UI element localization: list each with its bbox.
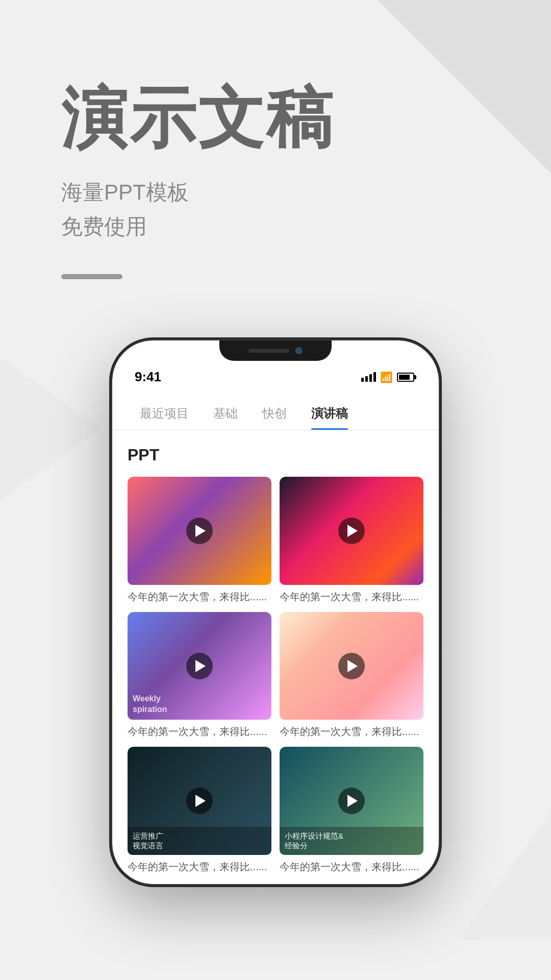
signal-icon [361, 372, 376, 382]
hero-divider [61, 274, 122, 279]
card-1[interactable]: 今年的第一次大雪，来得比...... [128, 477, 271, 604]
card-4-thumb [280, 612, 423, 720]
wifi-icon: 📶 [380, 371, 393, 383]
card-6-label: 今年的第一次大雪，来得比...... [280, 860, 423, 874]
status-icons: 📶 [361, 371, 416, 383]
play-triangle-2 [347, 525, 358, 537]
hero-subtitle: 海量PPT模板 免费使用 [61, 175, 500, 243]
card-5-label: 今年的第一次大雪，来得比...... [128, 860, 271, 874]
card-6-overlay: 小程序设计规范&经验分 [280, 827, 423, 855]
card-1-label: 今年的第一次大雪，来得比...... [128, 590, 271, 604]
play-triangle-5 [195, 795, 206, 807]
hero-section: 演示文稿 海量PPT模板 免费使用 [0, 0, 551, 310]
card-6[interactable]: 小程序设计规范&经验分 今年的第一次大雪，来得比...... [280, 747, 423, 874]
play-btn-3[interactable] [186, 653, 213, 679]
card-4-label: 今年的第一次大雪，来得比...... [280, 725, 423, 739]
card-3-thumb: Weeklyspiration [128, 612, 271, 720]
card-4[interactable]: 今年的第一次大雪，来得比...... [280, 612, 423, 739]
play-triangle-6 [347, 795, 358, 807]
phone-mockup: 9:41 📶 [112, 340, 439, 884]
notch-camera [295, 347, 303, 354]
tab-ppt[interactable]: 演讲稿 [299, 397, 360, 430]
card-5-overlay: 运营推广视觉语言 [128, 827, 271, 855]
card-1-thumb [128, 477, 271, 585]
phone-screen: 9:41 📶 [112, 340, 439, 884]
card-6-thumb: 小程序设计规范&经验分 [280, 747, 423, 855]
card-3[interactable]: Weeklyspiration 今年的第一次大雪，来得比...... [128, 612, 271, 739]
tab-quick[interactable]: 快创 [250, 397, 299, 430]
play-btn-2[interactable] [338, 518, 365, 544]
play-triangle-4 [347, 660, 358, 672]
section-title: PPT [128, 446, 423, 464]
card-3-thumb-text: Weeklyspiration [133, 694, 167, 715]
play-triangle-3 [195, 660, 206, 672]
tab-basic[interactable]: 基础 [201, 397, 250, 430]
hero-title: 演示文稿 [61, 82, 500, 155]
battery-icon [397, 373, 416, 382]
play-triangle-1 [195, 525, 206, 537]
hero-subtitle-line1: 海量PPT模板 [61, 175, 500, 209]
card-2-thumb [280, 477, 423, 585]
phone-notch [219, 340, 332, 361]
nav-tabs: 最近项目 基础 快创 演讲稿 [112, 392, 439, 430]
tab-recent[interactable]: 最近项目 [128, 397, 201, 430]
play-btn-1[interactable] [186, 518, 213, 544]
card-2-label: 今年的第一次大雪，来得比...... [280, 590, 423, 604]
card-5-thumb: 运营推广视觉语言 [128, 747, 271, 855]
hero-subtitle-line2: 免费使用 [61, 209, 500, 243]
content-area: PPT 今年的第一次大雪，来得比...... [112, 430, 439, 884]
play-btn-5[interactable] [186, 788, 213, 814]
card-2[interactable]: 今年的第一次大雪，来得比...... [280, 477, 423, 604]
card-3-label: 今年的第一次大雪，来得比...... [128, 725, 271, 739]
notch-speaker [248, 349, 289, 353]
card-5[interactable]: 运营推广视觉语言 今年的第一次大雪，来得比...... [128, 747, 271, 874]
play-btn-4[interactable] [338, 653, 365, 679]
card-grid: 今年的第一次大雪，来得比...... 今年的第一次大雪，来得比...... [128, 477, 423, 874]
status-time: 9:41 [135, 369, 161, 385]
phone-section: 9:41 📶 [0, 340, 551, 925]
play-btn-6[interactable] [338, 788, 365, 814]
